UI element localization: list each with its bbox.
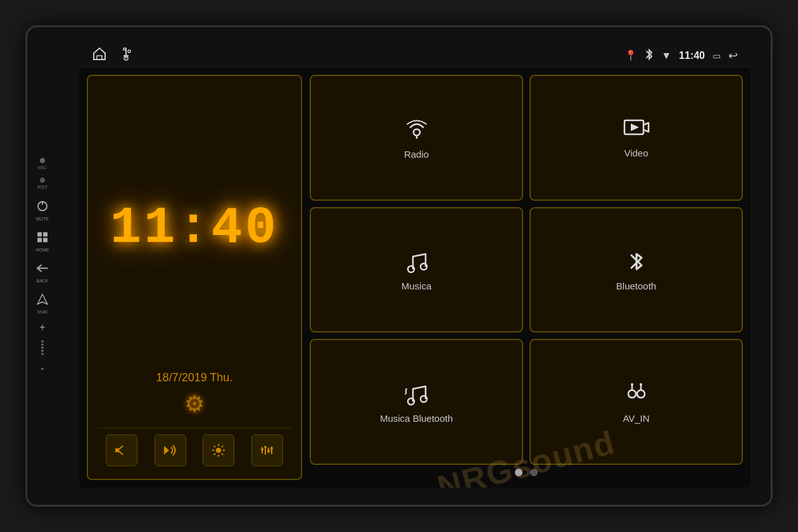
svg-line-19 — [214, 453, 215, 455]
rst-button[interactable]: RST — [37, 178, 48, 190]
bluetooth-status-icon — [645, 48, 654, 63]
music-icon — [403, 248, 431, 276]
video-icon — [623, 117, 650, 142]
back-status-icon[interactable]: ↩ — [728, 49, 738, 63]
clock-panel: 11:40 18/7/2019 Thu. ⚙ — [87, 75, 302, 480]
power-icon — [34, 198, 51, 215]
bluetooth-icon — [627, 248, 646, 276]
svg-rect-9 — [115, 448, 119, 452]
app-grid: Radio Video — [310, 75, 743, 465]
svg-point-37 — [628, 390, 636, 398]
right-panel: Radio Video — [310, 75, 743, 480]
main-screen: 📍 ▼ 11:40 ▭ ↩ 11:40 18/7/2019 Thu. — [79, 44, 750, 488]
svg-point-38 — [637, 390, 645, 398]
svg-point-29 — [414, 129, 420, 136]
bluetooth-label: Bluetooth — [616, 281, 656, 291]
location-icon: 📍 — [624, 49, 637, 61]
musica-label: Musica — [402, 281, 432, 291]
svg-point-11 — [216, 448, 221, 453]
status-time: 11:40 — [679, 50, 705, 61]
musica-bluetooth-button[interactable]: Musica Bluetooth — [310, 339, 523, 465]
svg-point-42 — [640, 383, 642, 386]
back-arrow-icon — [34, 260, 51, 277]
svg-point-26 — [264, 446, 267, 448]
volume-up-button[interactable]: + — [39, 322, 45, 333]
status-bar: 📍 ▼ 11:40 ▭ ↩ — [79, 44, 750, 67]
eq-ctrl[interactable] — [251, 434, 283, 466]
window-icon[interactable]: ▭ — [712, 51, 721, 61]
volume-slider — [41, 341, 44, 355]
device-outer: MIC RST MUTE HO — [25, 25, 773, 507]
radio-button[interactable]: Radio — [310, 75, 523, 201]
home-grid-icon — [34, 229, 51, 246]
musica-bluetooth-label: Musica Bluetooth — [380, 413, 453, 424]
av-icon — [623, 380, 650, 408]
volume-up-ctrl[interactable] — [155, 434, 186, 466]
usb-icon — [120, 47, 132, 64]
svg-marker-10 — [164, 446, 169, 455]
svg-line-18 — [222, 446, 223, 447]
status-left — [92, 47, 132, 64]
music-bt-icon — [403, 380, 431, 408]
page-dot-1[interactable] — [515, 469, 522, 476]
radio-icon — [403, 116, 431, 144]
status-right: 📍 ▼ 11:40 ▭ ↩ — [624, 48, 738, 63]
clock-display: 11:40 — [98, 86, 291, 371]
svg-point-41 — [631, 383, 633, 386]
clock-time: 11:40 — [110, 203, 279, 255]
svg-point-25 — [261, 448, 263, 450]
volume-down-ctrl[interactable] — [106, 434, 137, 466]
clock-controls — [98, 428, 291, 469]
svg-marker-2 — [37, 294, 48, 305]
mic-indicator: MIC — [38, 158, 48, 170]
av-in-button[interactable]: AV_IN — [529, 339, 743, 465]
mute-button[interactable]: MUTE — [34, 198, 51, 221]
svg-line-17 — [222, 453, 223, 455]
svg-line-16 — [214, 446, 215, 447]
video-button[interactable]: Video — [529, 75, 743, 201]
home-button[interactable]: HOME — [34, 229, 51, 252]
av-in-label: AV_IN — [623, 413, 649, 424]
side-panel: MIC RST MUTE HO — [34, 158, 51, 374]
radio-label: Radio — [404, 149, 429, 160]
content-area: 11:40 18/7/2019 Thu. ⚙ — [79, 67, 750, 488]
volume-down-button[interactable]: - — [41, 363, 44, 374]
video-label: Video — [624, 148, 648, 158]
gear-icon[interactable]: ⚙ — [98, 391, 291, 417]
svg-rect-7 — [124, 48, 126, 50]
navigation-icon — [34, 291, 51, 308]
nvai-button[interactable]: NVAI — [34, 291, 51, 314]
page-dot-2[interactable] — [530, 469, 538, 476]
svg-marker-32 — [631, 124, 639, 131]
svg-point-28 — [270, 447, 273, 450]
svg-point-27 — [267, 450, 270, 453]
musica-button[interactable]: Musica — [310, 207, 523, 333]
svg-point-8 — [128, 50, 130, 53]
page-dots — [310, 465, 743, 480]
wifi-icon: ▼ — [661, 50, 671, 61]
back-button[interactable]: BACK — [34, 260, 51, 283]
home-status-icon[interactable] — [92, 47, 107, 64]
clock-date: 18/7/2019 Thu. — [98, 371, 291, 384]
brightness-ctrl[interactable] — [203, 434, 234, 466]
bluetooth-button[interactable]: Bluetooth — [529, 207, 743, 333]
